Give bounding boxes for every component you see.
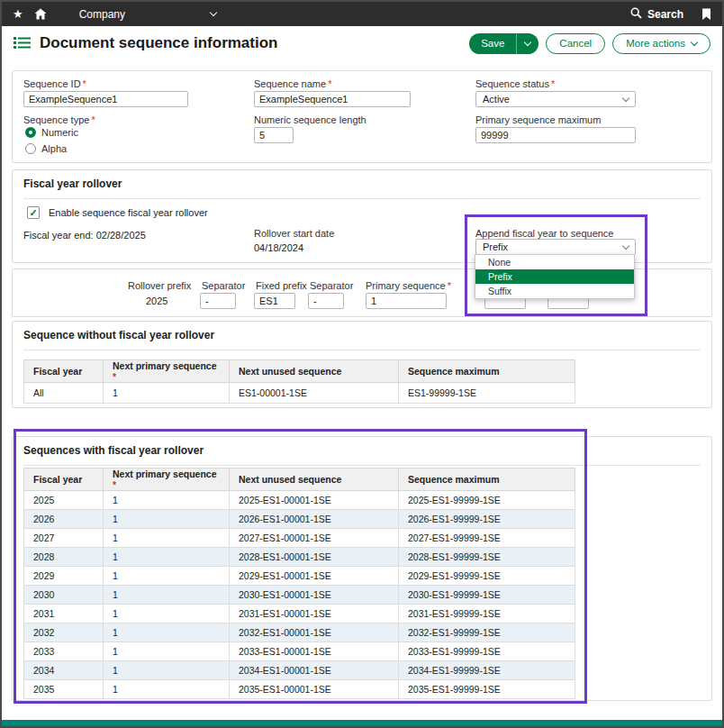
sequence-name-input[interactable] [254, 91, 411, 107]
numeric-sequence-length-input[interactable] [254, 127, 294, 143]
sequence-type-radio-numeric[interactable]: Numeric [25, 127, 78, 138]
table-cell: 1 [104, 642, 230, 661]
table-row: 203212032-ES1-00001-1SE2032-ES1-99999-1S… [24, 623, 575, 642]
bookmark-icon[interactable] [701, 8, 711, 21]
fixed-prefix-input[interactable] [254, 293, 295, 309]
separator2-input[interactable] [308, 293, 344, 309]
table-cell: 2027-ES1-00001-1SE [230, 529, 399, 548]
chevron-down-icon [622, 241, 629, 249]
column-header: Fiscal year [24, 360, 104, 383]
table-cell: 2032-ES1-00001-1SE [230, 623, 399, 642]
company-menu[interactable]: Company [79, 8, 216, 21]
table-cell: 2033 [24, 642, 104, 661]
search-icon [630, 7, 642, 22]
sequences-with-rollover-card: Sequences with fiscal year rollover Fisc… [12, 436, 712, 701]
page-header: Document sequence information Save Cance… [2, 26, 722, 60]
list-menu-icon[interactable] [14, 36, 31, 51]
top-navigation-bar: ★ Company Search [2, 2, 722, 26]
header-actions: Save Cancel More actions [469, 33, 710, 54]
save-button-label: Save [469, 38, 516, 49]
sequence-id-label: Sequence ID* [23, 78, 86, 89]
table-row: 203112031-ES1-00001-1SE2031-ES1-99999-1S… [24, 605, 575, 623]
app-window: ★ Company Search Document sequence infor… [0, 0, 724, 728]
append-fiscal-year-select[interactable]: Prefix [475, 239, 636, 255]
table-row: 203412034-ES1-00001-1SE2034-ES1-99999-1S… [24, 661, 575, 680]
primary-sequence-input[interactable] [366, 293, 447, 309]
table-cell: 2030 [24, 586, 104, 605]
table-cell: 1 [104, 510, 230, 529]
table-cell: All [24, 383, 104, 404]
column-header: Next primary sequence * [104, 360, 230, 383]
sequence-status-select[interactable]: Active [475, 91, 636, 107]
cancel-button[interactable]: Cancel [546, 33, 605, 54]
sequence-without-rollover-heading: Sequence without fiscal year rollover [23, 329, 701, 350]
table-cell: 2029-ES1-00001-1SE [230, 567, 399, 586]
sequence-status-value: Active [483, 94, 510, 105]
table-cell: 2030-ES1-99999-1SE [399, 586, 575, 605]
table-cell: 2026 [24, 510, 104, 529]
table-cell: 2030-ES1-00001-1SE [230, 586, 399, 605]
table-cell: ES1-00001-1SE [230, 383, 399, 404]
separator2-label: Separator [310, 280, 353, 291]
radio-icon [25, 143, 36, 154]
more-actions-button[interactable]: More actions [612, 33, 710, 54]
dropdown-option-suffix[interactable]: Suffix [475, 284, 634, 298]
table-cell: 2032 [24, 623, 104, 642]
cancel-button-label: Cancel [559, 38, 592, 49]
append-fiscal-year-dropdown: None Prefix Suffix [475, 254, 635, 299]
sequence-id-input[interactable] [23, 91, 188, 107]
save-button[interactable]: Save [469, 33, 538, 54]
sequence-without-rollover-card: Sequence without fiscal year rollover Fi… [12, 321, 712, 408]
chevron-down-icon [691, 38, 698, 45]
table-row: 203512035-ES1-00001-1SE2035-ES1-99999-1S… [24, 680, 575, 699]
radio-icon [25, 127, 36, 138]
sequence-without-rollover-table: Fiscal yearNext primary sequence *Next u… [23, 359, 575, 404]
dropdown-option-none[interactable]: None [475, 255, 634, 269]
fiscal-year-rollover-card: Fiscal year rollover Enable sequence fis… [12, 169, 712, 263]
table-row: 203312033-ES1-00001-1SE2033-ES1-99999-1S… [24, 642, 575, 661]
table-row: 202512025-ES1-00001-1SE2025-ES1-99999-1S… [24, 491, 575, 510]
radio-label: Alpha [41, 143, 67, 154]
fiscal-rollover-heading: Fiscal year rollover [23, 177, 701, 199]
sequence-type-radio-alpha[interactable]: Alpha [25, 143, 67, 154]
enable-rollover-label: Enable sequence fiscal year rollover [49, 207, 208, 218]
table-cell: 2034 [24, 661, 104, 680]
primary-sequence-maximum-input[interactable] [475, 127, 636, 143]
primary-sequence-label: Primary sequence* [366, 280, 451, 291]
sequence-name-label: Sequence name* [254, 78, 331, 89]
home-icon[interactable] [34, 8, 47, 20]
rollover-start-date-value: 04/18/2024 [254, 242, 303, 253]
rollover-prefix-value: 2025 [146, 296, 167, 306]
dropdown-option-prefix[interactable]: Prefix [475, 269, 634, 284]
chevron-down-icon [622, 94, 629, 101]
save-options-toggle[interactable] [516, 33, 538, 54]
table-cell: 2035-ES1-00001-1SE [230, 680, 399, 699]
more-actions-label: More actions [626, 38, 685, 49]
fiscal-year-end-text: Fiscal year end: 02/28/2025 [23, 230, 146, 241]
table-cell: 1 [104, 529, 230, 548]
table-cell: ES1-99999-1SE [399, 383, 575, 404]
fixed-prefix-label: Fixed prefix [256, 280, 307, 291]
table-cell: 2034-ES1-00001-1SE [230, 661, 399, 680]
table-cell: 2031-ES1-99999-1SE [399, 605, 575, 623]
search-button[interactable]: Search [630, 7, 683, 22]
separator1-label: Separator [202, 280, 245, 291]
table-cell: 2028-ES1-00001-1SE [230, 548, 399, 567]
sequence-form-card: Sequence ID* Sequence name* Sequence sta… [12, 70, 712, 163]
table-cell: 2035-ES1-99999-1SE [399, 680, 575, 699]
star-icon[interactable]: ★ [13, 7, 23, 21]
table-cell: 2034-ES1-99999-1SE [399, 661, 575, 680]
table-row: 203012030-ES1-00001-1SE2030-ES1-99999-1S… [24, 586, 575, 605]
chevron-down-icon [524, 38, 531, 45]
numeric-sequence-length-label: Numeric sequence length [254, 114, 367, 125]
table-cell: 2031-ES1-00001-1SE [230, 605, 399, 623]
enable-rollover-checkbox-row[interactable]: Enable sequence fiscal year rollover [27, 206, 208, 219]
table-row: 202812028-ES1-00001-1SE2028-ES1-99999-1S… [24, 548, 575, 567]
separator1-input[interactable] [200, 293, 236, 309]
table-header-row: Fiscal yearNext primary sequence *Next u… [24, 360, 575, 383]
table-cell: 1 [104, 491, 230, 510]
append-fiscal-year-label: Append fiscal year to sequence [475, 228, 614, 239]
table-cell: 2025-ES1-99999-1SE [399, 491, 575, 510]
rollover-start-date-label: Rollover start date [254, 228, 334, 239]
table-cell: 1 [104, 586, 230, 605]
